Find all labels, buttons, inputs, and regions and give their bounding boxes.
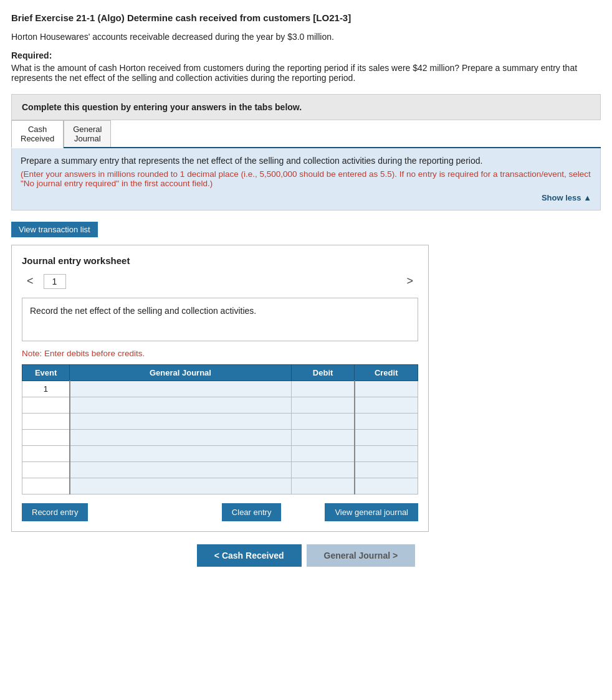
view-transaction-list-button[interactable]: View transaction list [11, 222, 98, 237]
general-journal-nav-button[interactable]: General Journal > [307, 544, 416, 567]
credit-input[interactable] [359, 417, 414, 426]
credit-input[interactable] [359, 465, 414, 475]
tabs-container: Cash Received General Journal [11, 120, 601, 148]
table-row [22, 462, 418, 478]
general-journal-cell[interactable] [70, 381, 292, 397]
debit-header: Debit [291, 365, 355, 381]
credit-input[interactable] [359, 449, 414, 458]
record-entry-button[interactable]: Record entry [22, 503, 88, 521]
worksheet-title: Journal entry worksheet [22, 255, 418, 266]
tab-general-journal[interactable]: General Journal [64, 120, 111, 147]
event-cell [22, 462, 70, 478]
tab-content-area: Prepare a summary entry that represents … [11, 148, 601, 210]
general-journal-header: General Journal [70, 365, 292, 381]
debit-input[interactable] [295, 417, 350, 426]
general-journal-cell[interactable] [70, 462, 292, 478]
general-journal-input[interactable] [74, 465, 287, 475]
prev-page-arrow[interactable]: < [22, 273, 39, 289]
general-journal-cell[interactable] [70, 430, 292, 446]
table-row [22, 397, 418, 414]
debit-cell[interactable] [291, 381, 355, 397]
debit-cell[interactable] [291, 430, 355, 446]
event-cell [22, 478, 70, 494]
description-box: Record the net effect of the selling and… [22, 298, 418, 341]
credit-cell[interactable] [355, 462, 418, 478]
general-journal-input[interactable] [74, 481, 287, 491]
event-cell [22, 430, 70, 446]
general-journal-cell[interactable] [70, 446, 292, 462]
general-journal-input[interactable] [74, 417, 287, 426]
debit-cell[interactable] [291, 446, 355, 462]
general-journal-cell[interactable] [70, 414, 292, 430]
general-journal-input[interactable] [74, 449, 287, 458]
note-text: Note: Enter debits before credits. [22, 349, 418, 358]
journal-table: Event General Journal Debit Credit 1 [22, 364, 418, 494]
main-instruction: Prepare a summary entry that represents … [21, 156, 591, 166]
debit-cell[interactable] [291, 414, 355, 430]
bottom-nav: < Cash Received General Journal > [11, 544, 601, 567]
credit-cell[interactable] [355, 397, 418, 414]
view-general-journal-button[interactable]: View general journal [325, 503, 418, 521]
event-cell [22, 397, 70, 414]
general-journal-cell[interactable] [70, 397, 292, 414]
debit-cell[interactable] [291, 462, 355, 478]
required-text: What is the amount of cash Horton receiv… [11, 63, 601, 83]
cash-received-nav-button[interactable]: < Cash Received [197, 544, 302, 567]
table-row: 1 [22, 381, 418, 397]
intro-text: Horton Housewares' accounts receivable d… [11, 32, 601, 42]
general-journal-input[interactable] [74, 433, 287, 442]
debit-input[interactable] [295, 465, 350, 475]
next-page-arrow[interactable]: > [401, 273, 418, 289]
debit-input[interactable] [295, 481, 350, 491]
credit-input[interactable] [359, 481, 414, 491]
debit-cell[interactable] [291, 397, 355, 414]
complete-box: Complete this question by entering your … [11, 94, 601, 120]
worksheet-box: Journal entry worksheet < 1 > Record the… [11, 245, 429, 532]
button-row: Record entry Clear entry View general jo… [22, 503, 418, 521]
page-title: Brief Exercise 21-1 (Algo) Determine cas… [11, 12, 601, 23]
credit-header: Credit [355, 365, 418, 381]
event-header: Event [22, 365, 70, 381]
clear-entry-button[interactable]: Clear entry [222, 503, 282, 521]
nav-row: < 1 > [22, 273, 418, 289]
credit-input[interactable] [359, 384, 414, 394]
general-journal-input[interactable] [74, 400, 287, 410]
show-less-button[interactable]: Show less ▲ [21, 193, 591, 202]
credit-cell[interactable] [355, 381, 418, 397]
event-cell [22, 446, 70, 462]
table-row [22, 446, 418, 462]
credit-input[interactable] [359, 400, 414, 410]
event-cell: 1 [22, 381, 70, 397]
table-row [22, 478, 418, 494]
general-journal-input[interactable] [74, 384, 287, 394]
debit-input[interactable] [295, 400, 350, 410]
general-journal-cell[interactable] [70, 478, 292, 494]
credit-cell[interactable] [355, 414, 418, 430]
event-cell [22, 414, 70, 430]
credit-cell[interactable] [355, 478, 418, 494]
debit-input[interactable] [295, 384, 350, 394]
credit-input[interactable] [359, 433, 414, 442]
tab-cash-received[interactable]: Cash Received [11, 120, 64, 148]
table-row [22, 430, 418, 446]
required-label: Required: [11, 50, 601, 60]
credit-cell[interactable] [355, 446, 418, 462]
instruction-detail: (Enter your answers in millions rounded … [21, 169, 591, 188]
debit-input[interactable] [295, 433, 350, 442]
debit-input[interactable] [295, 449, 350, 458]
debit-cell[interactable] [291, 478, 355, 494]
credit-cell[interactable] [355, 430, 418, 446]
table-row [22, 414, 418, 430]
page-number[interactable]: 1 [44, 274, 66, 289]
